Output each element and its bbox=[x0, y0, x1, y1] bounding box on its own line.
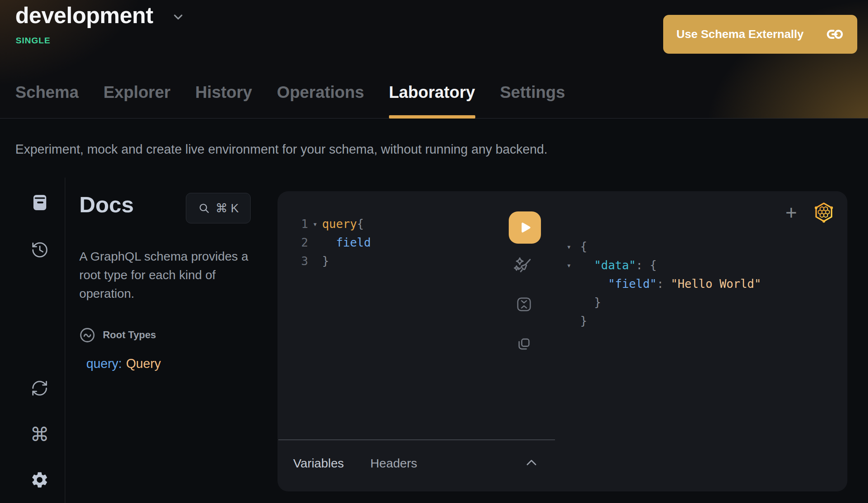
target-title: development bbox=[15, 2, 153, 28]
link-icon bbox=[825, 25, 844, 44]
docs-search-button[interactable]: ⌘ K bbox=[186, 193, 251, 223]
fold-toggle-icon[interactable]: ▾ bbox=[567, 256, 580, 275]
refresh-icon bbox=[30, 379, 49, 398]
editor-tools-divider bbox=[278, 439, 555, 440]
add-tab-button[interactable]: + bbox=[780, 202, 802, 223]
copy-icon bbox=[515, 335, 533, 353]
line-number: 3 bbox=[292, 252, 308, 270]
field-token: field bbox=[336, 233, 371, 252]
query-keyword: query bbox=[322, 215, 357, 233]
prettify-query-button[interactable] bbox=[513, 255, 534, 276]
use-schema-externally-button[interactable]: Use Schema Externally bbox=[663, 15, 857, 54]
tab-operations[interactable]: Operations bbox=[277, 82, 364, 119]
page-subtitle: Experiment, mock and create live environ… bbox=[15, 142, 548, 157]
environment-badge: SINGLE bbox=[16, 36, 50, 45]
variables-tab[interactable]: Variables bbox=[293, 456, 344, 471]
graphiql-panel: 1 ▾ query { 2 field 3 } bbox=[277, 191, 847, 491]
data-key: "data" bbox=[594, 256, 636, 275]
hive-logo-icon[interactable] bbox=[813, 201, 835, 224]
rail-divider bbox=[65, 178, 65, 503]
hive-laboratory-page: development SINGLE Use Schema Externally… bbox=[0, 0, 868, 503]
editor-line: 2 field bbox=[292, 233, 371, 252]
merge-icon bbox=[515, 295, 533, 313]
docs-plugin-button[interactable] bbox=[30, 192, 50, 212]
response-line: } bbox=[567, 312, 761, 330]
docs-description: A GraphQL schema provides a root type fo… bbox=[79, 247, 263, 303]
line-number: 1 bbox=[292, 215, 308, 233]
docs-panel: Docs ⌘ K A GraphQL schema provides a roo… bbox=[79, 192, 263, 371]
chevron-up-icon bbox=[526, 458, 537, 467]
command-icon: ⌘ bbox=[30, 425, 49, 444]
refetch-schema-button[interactable] bbox=[30, 378, 50, 398]
field-value: "Hello World" bbox=[671, 275, 761, 293]
tab-laboratory[interactable]: Laboratory bbox=[389, 82, 475, 119]
plugin-rail: ⌘ bbox=[0, 178, 65, 503]
chevron-down-icon[interactable] bbox=[172, 11, 185, 24]
book-icon bbox=[31, 193, 49, 212]
tab-settings[interactable]: Settings bbox=[500, 82, 565, 119]
open-brace: { bbox=[357, 215, 364, 233]
editor-tools-tabs: Variables Headers bbox=[293, 456, 417, 471]
tab-schema[interactable]: Schema bbox=[15, 82, 78, 119]
gear-icon bbox=[30, 470, 49, 489]
settings-button[interactable] bbox=[30, 470, 50, 490]
headers-tab[interactable]: Headers bbox=[370, 456, 417, 471]
response-line: "field":"Hello World" bbox=[567, 275, 761, 293]
tab-explorer[interactable]: Explorer bbox=[103, 82, 170, 119]
execute-query-button[interactable] bbox=[509, 211, 541, 244]
copy-query-button[interactable] bbox=[515, 335, 533, 353]
merge-fragments-button[interactable] bbox=[515, 295, 533, 313]
root-field-link[interactable]: query bbox=[86, 356, 119, 371]
response-line: ▾"data":{ bbox=[567, 256, 761, 275]
root-types-section: Root Types bbox=[79, 327, 263, 343]
editor-line: 3 } bbox=[292, 252, 371, 270]
response-viewer: ▾{ ▾"data":{ "field":"Hello World" } } bbox=[567, 237, 761, 330]
line-number: 2 bbox=[292, 233, 308, 252]
fold-toggle-icon[interactable]: ▾ bbox=[308, 215, 322, 233]
tab-history[interactable]: History bbox=[195, 82, 252, 119]
prettify-icon bbox=[513, 255, 534, 276]
history-icon bbox=[30, 240, 49, 259]
root-type-row: query:Query bbox=[86, 356, 263, 371]
history-plugin-button[interactable] bbox=[30, 240, 50, 260]
shortcuts-button[interactable]: ⌘ bbox=[30, 425, 50, 444]
collapse-editor-tools-button[interactable] bbox=[525, 458, 538, 467]
search-icon bbox=[198, 202, 211, 215]
play-icon bbox=[516, 218, 534, 237]
root-types-icon bbox=[79, 327, 95, 343]
fold-toggle-icon[interactable]: ▾ bbox=[567, 237, 580, 256]
main-nav: Schema Explorer History Operations Labor… bbox=[15, 82, 565, 119]
root-types-label: Root Types bbox=[103, 329, 156, 341]
use-schema-externally-label: Use Schema Externally bbox=[676, 28, 804, 41]
close-brace: } bbox=[322, 252, 329, 270]
root-field-colon: : bbox=[119, 356, 122, 371]
editor-line: 1 ▾ query { bbox=[292, 215, 371, 233]
query-editor[interactable]: 1 ▾ query { 2 field 3 } bbox=[292, 215, 371, 270]
response-line: ▾{ bbox=[567, 237, 761, 256]
page-header: development SINGLE Use Schema Externally… bbox=[0, 0, 868, 119]
search-shortcut: ⌘ K bbox=[216, 201, 239, 215]
target-title-row: development bbox=[15, 2, 185, 28]
response-line: } bbox=[567, 293, 761, 312]
field-key: "field" bbox=[608, 275, 657, 293]
root-type-link[interactable]: Query bbox=[126, 356, 161, 371]
